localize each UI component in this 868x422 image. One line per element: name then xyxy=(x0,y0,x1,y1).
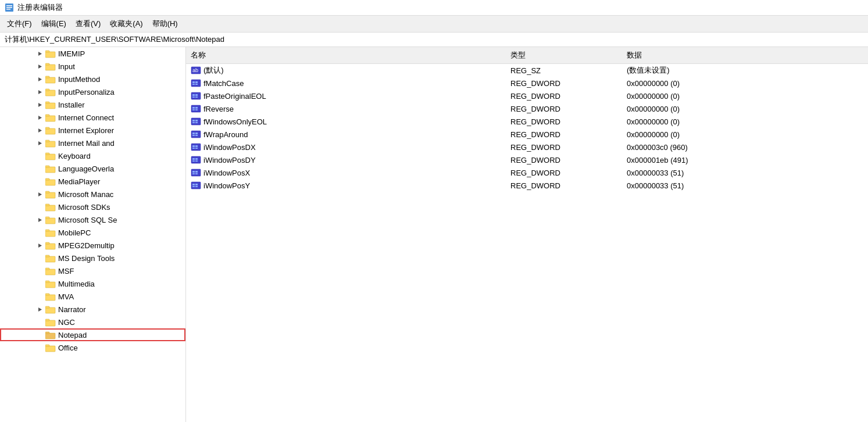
table-row[interactable]: iWindowPosYREG_DWORD0x00000033 (51) xyxy=(186,179,868,192)
tree-item[interactable]: IMEMIP xyxy=(0,47,185,60)
tree-item[interactable]: Narrator xyxy=(0,303,185,316)
reg-name: iWindowPosY xyxy=(203,181,250,190)
tree-item[interactable]: InputPersonaliza xyxy=(0,85,185,98)
svg-rect-58 xyxy=(45,320,55,326)
svg-rect-70 xyxy=(195,84,198,85)
table-row[interactable]: iWindowPosDYREG_DWORD0x000001eb (491) xyxy=(186,153,868,166)
tree-item-label: Microsoft SQL Se xyxy=(58,216,117,224)
tree-item[interactable]: Installer xyxy=(0,98,185,111)
svg-rect-107 xyxy=(192,184,195,185)
tree-item[interactable]: Multimedia xyxy=(0,277,185,290)
folder-icon xyxy=(45,138,56,148)
title-bar: 注册表编辑器 xyxy=(0,0,868,16)
tree-item-label: Narrator xyxy=(58,305,86,314)
content-panel: 名称 类型 数据 ab (默认)REG_SZ(数值未设置) fMatchCase… xyxy=(186,47,868,422)
table-row[interactable]: ab (默认)REG_SZ(数值未设置) xyxy=(186,64,868,77)
svg-rect-15 xyxy=(45,89,49,91)
folder-icon xyxy=(45,177,56,186)
expand-icon xyxy=(35,177,44,186)
table-row[interactable]: fMatchCaseREG_DWORD0x00000000 (0) xyxy=(186,77,868,90)
tree-item[interactable]: Input xyxy=(0,60,185,73)
menu-file[interactable]: 文件(F) xyxy=(2,17,37,31)
menu-view[interactable]: 查看(V) xyxy=(71,17,105,31)
table-row[interactable]: iWindowPosXREG_DWORD0x00000033 (51) xyxy=(186,166,868,179)
cell-name: fWrapAround xyxy=(186,129,506,140)
cell-type: REG_SZ xyxy=(506,66,622,76)
tree-item[interactable]: Microsoft SDKs xyxy=(0,201,185,213)
table-row[interactable]: fPasteOriginalEOLREG_DWORD0x00000000 (0) xyxy=(186,90,868,102)
svg-rect-33 xyxy=(45,178,49,180)
svg-rect-30 xyxy=(45,167,55,173)
folder-icon xyxy=(45,317,56,327)
cell-type: REG_DWORD xyxy=(506,168,622,178)
tree-item[interactable]: Office xyxy=(0,341,185,354)
tree-item-label: Input xyxy=(58,62,75,71)
cell-data: 0x000003c0 (960) xyxy=(622,142,868,152)
svg-rect-56 xyxy=(45,307,55,313)
tree-item[interactable]: MobilePC xyxy=(0,226,185,239)
svg-rect-95 xyxy=(195,148,198,149)
svg-rect-40 xyxy=(45,218,55,224)
tree-item[interactable]: NGC xyxy=(0,316,185,328)
reg-name: iWindowPosX xyxy=(203,169,250,177)
reg-dword-icon xyxy=(191,78,201,88)
svg-rect-87 xyxy=(192,133,195,134)
tree-item-label: MobilePC xyxy=(58,228,91,237)
svg-text:ab: ab xyxy=(192,67,198,73)
table-row[interactable]: iWindowPosDXREG_DWORD0x000003c0 (960) xyxy=(186,141,868,153)
tree-item[interactable]: Internet Connect xyxy=(0,111,185,124)
menu-help[interactable]: 帮助(H) xyxy=(148,17,183,31)
table-row[interactable]: fWindowsOnlyEOLREG_DWORD0x00000000 (0) xyxy=(186,115,868,128)
tree-item[interactable]: Microsoft Manac xyxy=(0,188,185,201)
reg-dword-icon xyxy=(191,142,201,152)
cell-name: iWindowPosDY xyxy=(186,155,506,165)
tree-item[interactable]: MS Design Tools xyxy=(0,252,185,264)
svg-rect-78 xyxy=(195,107,198,109)
cell-name: fPasteOriginalEOL xyxy=(186,91,506,101)
tree-item[interactable]: MPEG2Demultip xyxy=(0,239,185,252)
expand-icon xyxy=(35,305,44,314)
svg-rect-68 xyxy=(195,81,198,83)
reg-name: fWrapAround xyxy=(203,130,248,139)
tree-item[interactable]: MSF xyxy=(0,264,185,277)
expand-icon xyxy=(35,215,44,224)
svg-rect-59 xyxy=(45,319,49,321)
tree-item[interactable]: Microsoft SQL Se xyxy=(0,213,185,226)
tree-item[interactable]: InputMethod xyxy=(0,73,185,85)
expand-icon xyxy=(35,87,44,96)
table-row[interactable]: fReverseREG_DWORD0x00000000 (0) xyxy=(186,102,868,115)
svg-rect-26 xyxy=(45,141,55,147)
table-row[interactable]: fWrapAroundREG_DWORD0x00000000 (0) xyxy=(186,128,868,141)
svg-rect-99 xyxy=(192,160,195,162)
menu-edit[interactable]: 编辑(E) xyxy=(37,17,71,31)
expand-icon xyxy=(35,62,44,71)
svg-rect-74 xyxy=(192,96,195,98)
folder-icon xyxy=(45,343,56,352)
tree-item[interactable]: MVA xyxy=(0,290,185,303)
tree-item[interactable]: Internet Mail and xyxy=(0,137,185,149)
tree-item-label: IMEMIP xyxy=(58,49,85,58)
folder-icon xyxy=(45,279,56,288)
content-rows[interactable]: ab (默认)REG_SZ(数值未设置) fMatchCaseREG_DWORD… xyxy=(186,64,868,422)
menu-favorites[interactable]: 收藏夹(A) xyxy=(105,17,147,31)
cell-data: 0x00000000 (0) xyxy=(622,104,868,114)
tree-item[interactable]: LanguageOverla xyxy=(0,162,185,175)
content-header: 名称 类型 数据 xyxy=(186,47,868,64)
svg-rect-47 xyxy=(45,256,55,262)
cell-type: REG_DWORD xyxy=(506,142,622,152)
svg-rect-45 xyxy=(45,244,55,249)
tree-item-label: Internet Connect xyxy=(58,113,114,122)
svg-rect-75 xyxy=(195,96,198,98)
tree-scroll[interactable]: IMEMIP Input InputMethod InputPersonaliz… xyxy=(0,47,185,422)
svg-rect-104 xyxy=(192,173,195,174)
tree-item[interactable]: Keyboard xyxy=(0,149,185,162)
svg-rect-18 xyxy=(45,102,49,103)
svg-rect-5 xyxy=(45,52,55,58)
tree-item[interactable]: MediaPlayer xyxy=(0,175,185,188)
expand-icon xyxy=(35,330,44,339)
svg-rect-36 xyxy=(45,191,49,193)
menu-bar: 文件(F) 编辑(E) 查看(V) 收藏夹(A) 帮助(H) xyxy=(0,16,868,33)
tree-item-label: Internet Mail and xyxy=(58,139,115,148)
tree-item[interactable]: Notepad xyxy=(0,328,185,341)
tree-item[interactable]: Internet Explorer xyxy=(0,124,185,137)
